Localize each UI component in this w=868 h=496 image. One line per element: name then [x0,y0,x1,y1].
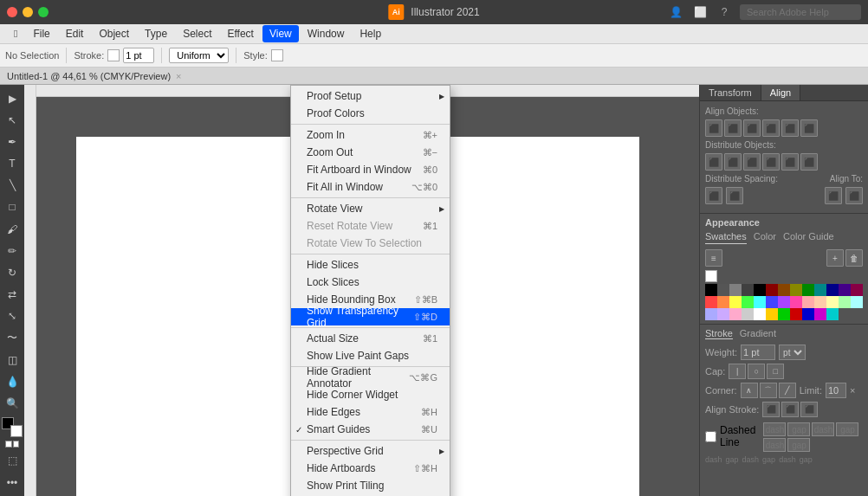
zoom-out-item[interactable]: Zoom Out ⌘− [291,144,450,161]
hide-gradient-item[interactable]: Hide Gradient Annotator ⌥⌘G [291,369,450,386]
align-center-h[interactable]: ⬛ [724,119,742,137]
maximize-button[interactable] [38,7,49,17]
swatch-21[interactable] [802,296,814,308]
stroke-type-select[interactable]: Uniform [169,48,229,63]
swatches-list-view[interactable]: ≡ [705,249,722,267]
dist-spacing-v[interactable]: ⬛ [726,187,743,204]
selection-tool[interactable]: ▶ [2,88,23,108]
fit-all-item[interactable]: Fit All in Window ⌥⌘0 [291,178,450,196]
dashed-checkbox[interactable] [705,431,716,442]
align-center-stroke[interactable]: ⬛ [762,402,780,417]
dash-input-1[interactable] [763,422,786,436]
cap-round[interactable]: ○ [748,364,765,379]
weight-input[interactable] [741,345,775,360]
menu-apple[interactable]:  [7,25,24,42]
swatch-5[interactable] [766,284,778,296]
direct-selection-tool[interactable]: ↖ [2,110,23,130]
smart-guides-item[interactable]: ✓ Smart Guides ⌘U [291,421,450,438]
swatch-34[interactable] [802,308,814,320]
line-tool[interactable]: ╲ [2,176,23,196]
scale-tool[interactable]: ⤡ [2,306,23,326]
dist-left[interactable]: ⬛ [705,153,722,171]
tab-color[interactable]: Color [754,231,776,244]
align-right[interactable]: ⬛ [743,119,761,137]
tab-stroke[interactable]: Stroke [705,328,733,339]
live-paint-gaps-item[interactable]: Show Live Paint Gaps [291,347,450,364]
dist-center-h[interactable]: ⬛ [724,153,742,171]
rotate-view-item[interactable]: Rotate View [291,200,450,217]
hide-slices-item[interactable]: Hide Slices [291,256,450,274]
swatch-18[interactable] [766,296,778,308]
dist-right[interactable]: ⬛ [743,153,761,171]
hide-edges-item[interactable]: Hide Edges ⌘H [291,403,450,421]
swatch-36[interactable] [826,308,839,320]
zoom-tool[interactable]: 🔍 [2,393,23,413]
swatch-11[interactable] [839,284,851,296]
cap-butt[interactable]: | [729,364,746,379]
swatch-14[interactable] [717,296,729,308]
swatch-17[interactable] [754,296,766,308]
menu-effect[interactable]: Effect [220,25,260,42]
align-to-selection[interactable]: ⬛ [825,187,842,204]
swatch-31[interactable] [766,308,778,320]
menu-window[interactable]: Window [301,25,352,42]
perspective-grid-item[interactable]: Perspective Grid [291,442,450,460]
gap-input-3[interactable] [787,438,810,452]
hide-corner-widget-item[interactable]: Hide Corner Widget [291,386,450,403]
dist-bottom[interactable]: ⬛ [800,153,818,171]
swatch-20[interactable] [790,296,802,308]
swatch-9[interactable] [814,284,826,296]
menu-file[interactable]: File [26,25,56,42]
align-bottom[interactable]: ⬛ [800,119,818,137]
swatch-1[interactable] [717,284,729,296]
rotate-tool[interactable]: ↻ [2,262,23,282]
lock-slices-item[interactable]: Lock Slices [291,274,450,291]
tab-swatches[interactable]: Swatches [705,231,747,244]
reflect-tool[interactable]: ⇄ [2,285,23,305]
show-print-tiling-item[interactable]: Show Print Tiling [291,477,450,494]
swatch-0[interactable] [705,284,717,296]
zoom-in-item[interactable]: Zoom In ⌘+ [291,126,450,144]
tab-gradient[interactable]: Gradient [740,328,776,339]
align-top[interactable]: ⬛ [762,119,780,137]
swatch-23[interactable] [826,296,839,308]
align-inside-stroke[interactable]: ⬛ [781,402,799,417]
white-swatch[interactable] [705,270,717,282]
swatch-33[interactable] [790,308,802,320]
fit-artboard-item[interactable]: Fit Artboard in Window ⌘0 [291,161,450,178]
swatch-3[interactable] [742,284,754,296]
cap-projecting[interactable]: □ [767,364,784,379]
pencil-tool[interactable]: ✏ [2,241,23,261]
limit-close[interactable]: × [850,385,855,396]
swatch-22[interactable] [814,296,826,308]
swatch-28[interactable] [729,308,742,320]
tab-align[interactable]: Align [761,85,800,100]
swatch-24[interactable] [839,296,851,308]
align-to-btn2[interactable]: ⬛ [845,187,863,204]
new-swatch-btn[interactable]: + [826,249,844,267]
swatch-8[interactable] [802,284,814,296]
pen-tool[interactable]: ✒ [2,132,23,151]
stroke-weight-input[interactable] [123,48,154,63]
gap-input-1[interactable] [787,422,810,436]
corner-round[interactable]: ⌒ [760,383,777,398]
dist-top[interactable]: ⬛ [762,153,780,171]
dash-input-3[interactable] [763,438,786,452]
swatch-25[interactable] [851,296,863,308]
document-tab[interactable]: Untitled-1 @ 44,61 % (CMYK/Preview) × [0,68,868,85]
menu-select[interactable]: Select [176,25,218,42]
tab-transform[interactable]: Transform [700,85,761,100]
swatch-4[interactable] [754,284,766,296]
menu-view[interactable]: View [262,25,299,42]
search-input[interactable] [740,4,861,20]
swatch-29[interactable] [742,308,754,320]
swatch-30[interactable] [754,308,766,320]
minimize-button[interactable] [23,7,33,17]
align-center-v[interactable]: ⬛ [781,119,799,137]
swatch-16[interactable] [742,296,754,308]
more-tools[interactable]: ••• [2,473,23,493]
proof-setup-item[interactable]: Proof Setup [291,87,450,105]
warp-tool[interactable]: 〜 [2,328,23,348]
swatch-13[interactable] [705,296,717,308]
show-transparency-grid-item[interactable]: Show Transparency Grid ⇧⌘D [291,308,450,325]
